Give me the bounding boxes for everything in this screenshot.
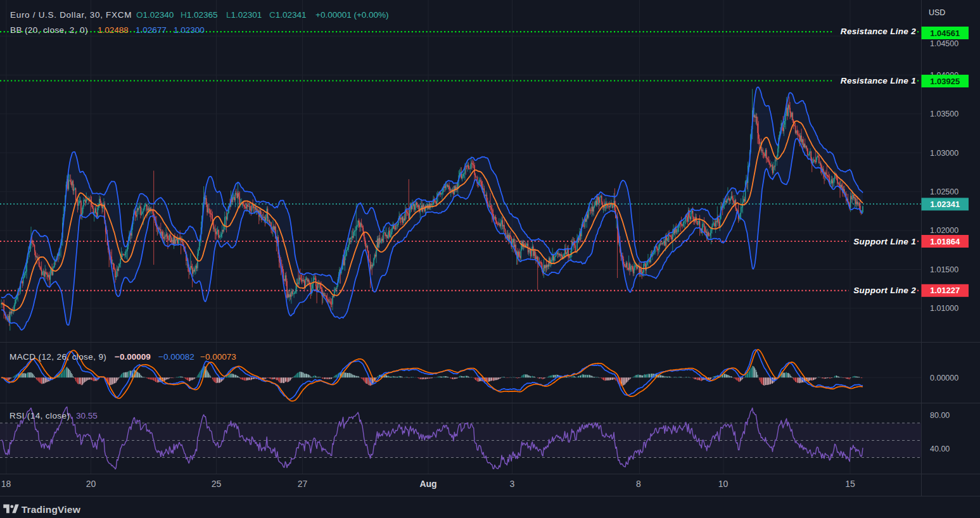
svg-text:BB (20, close, 2, 0): BB (20, close, 2, 0) (10, 25, 88, 35)
svg-text:1.02677: 1.02677 (136, 25, 167, 35)
svg-text:L1.02301: L1.02301 (226, 10, 262, 20)
svg-text:3: 3 (510, 479, 515, 489)
svg-text:1.01000: 1.01000 (930, 304, 958, 313)
svg-text:TradingView: TradingView (22, 504, 81, 515)
svg-text:1.02500: 1.02500 (930, 187, 958, 196)
svg-text:8: 8 (636, 479, 641, 489)
svg-text:−0.00073: −0.00073 (200, 352, 236, 362)
svg-text:+0.00001 (+0.00%): +0.00001 (+0.00%) (315, 10, 389, 20)
svg-text:Support Line 2: Support Line 2 (853, 286, 916, 295)
svg-text:0.00000: 0.00000 (930, 374, 958, 382)
svg-text:20: 20 (86, 479, 96, 489)
svg-text:1.04561: 1.04561 (930, 28, 960, 38)
svg-text:1.03500: 1.03500 (930, 110, 958, 118)
svg-text:1.01227: 1.01227 (930, 286, 960, 295)
svg-text:Support Line 1: Support Line 1 (853, 237, 916, 246)
svg-text:1.02488: 1.02488 (98, 25, 129, 35)
svg-text:1.02300: 1.02300 (174, 25, 205, 35)
svg-text:1.04500: 1.04500 (930, 39, 958, 48)
svg-text:−0.00082: −0.00082 (158, 352, 194, 362)
svg-text:RSI (14, close): RSI (14, close) (10, 411, 70, 420)
svg-text:MACD (12, 26, close, 9): MACD (12, 26, close, 9) (10, 352, 106, 362)
svg-text:H1.02365: H1.02365 (181, 10, 218, 20)
svg-text:25: 25 (212, 479, 222, 489)
svg-text:18: 18 (1, 479, 11, 489)
svg-text:1.03000: 1.03000 (930, 149, 958, 158)
svg-text:1.01500: 1.01500 (930, 265, 958, 274)
svg-text:1.02341: 1.02341 (930, 199, 960, 209)
svg-text:40.00: 40.00 (930, 445, 950, 453)
svg-text:C1.02341: C1.02341 (269, 10, 307, 20)
svg-text:30.55: 30.55 (76, 411, 98, 420)
svg-text:15: 15 (845, 479, 855, 489)
svg-text:−0.00009: −0.00009 (115, 352, 151, 362)
svg-text:Resistance Line 2: Resistance Line 2 (841, 27, 916, 36)
svg-text:O1.02340: O1.02340 (136, 10, 174, 20)
svg-text:1.03925: 1.03925 (930, 77, 960, 86)
svg-text:80.00: 80.00 (930, 411, 950, 420)
svg-text:Aug: Aug (419, 479, 436, 489)
svg-text:USD: USD (929, 8, 945, 17)
svg-text:27: 27 (298, 479, 308, 489)
svg-text:1.02000: 1.02000 (930, 226, 958, 235)
svg-text:Euro / U.S. Dollar, 30, FXCM: Euro / U.S. Dollar, 30, FXCM (10, 10, 132, 20)
svg-text:10: 10 (718, 479, 729, 489)
svg-text:1.01864: 1.01864 (930, 237, 960, 246)
svg-text:Resistance Line 1: Resistance Line 1 (841, 76, 916, 85)
